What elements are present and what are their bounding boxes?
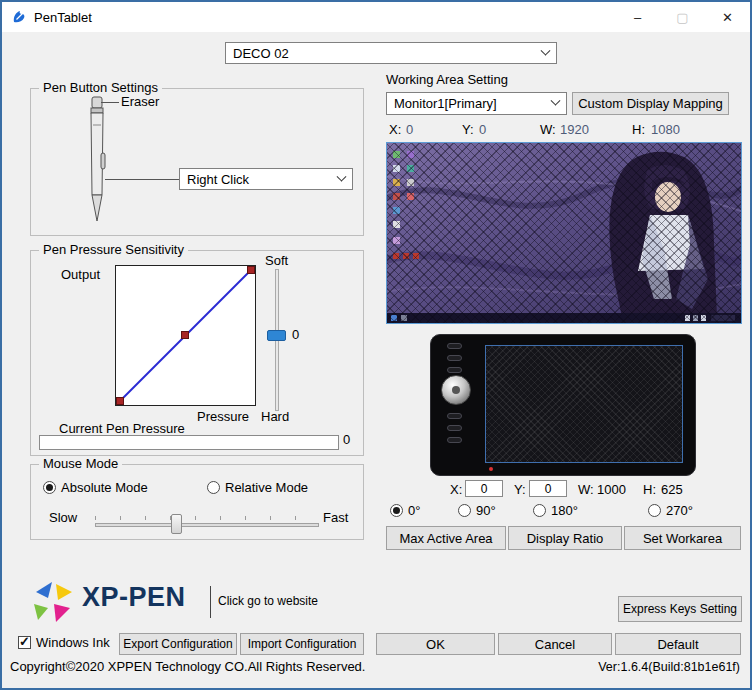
screen-h-label: H: [632, 122, 645, 137]
tablet-y-input[interactable] [529, 480, 567, 497]
radio-icon [458, 504, 471, 517]
xp-pen-logo-icon[interactable] [30, 578, 76, 626]
window-title: PenTablet [34, 10, 92, 25]
eraser-label: Eraser [121, 94, 159, 109]
soft-label: Soft [265, 253, 288, 268]
screen-w-label: W: [540, 122, 556, 137]
monitor-select[interactable]: Monitor1[Primary] [386, 92, 567, 115]
screen-mapping-preview[interactable] [386, 142, 742, 324]
mouse-mode-group-title: Mouse Mode [39, 456, 122, 471]
output-label: Output [61, 267, 100, 282]
tablet-w-value: 1000 [597, 482, 626, 497]
maximize-button: ▢ [660, 2, 705, 32]
device-select[interactable]: DECO 02 [225, 42, 557, 64]
windows-ink-checkbox[interactable]: Windows Ink [18, 635, 110, 650]
rotation-90-label: 90° [476, 503, 496, 518]
absolute-mode-radio[interactable]: Absolute Mode [43, 480, 148, 495]
radio-icon [207, 481, 220, 494]
slow-label: Slow [49, 510, 77, 525]
cancel-button[interactable]: Cancel [498, 633, 612, 655]
display-ratio-button[interactable]: Display Ratio [508, 526, 622, 550]
rotation-0-label: 0° [408, 503, 420, 518]
tablet-active-area[interactable] [485, 345, 683, 463]
pressure-axis-label: Pressure [197, 409, 249, 424]
soft-hard-slider-value: 0 [292, 327, 299, 342]
express-key-icon [447, 367, 462, 373]
mouse-mode-group: Mouse Mode Absolute Mode Relative Mode S… [30, 464, 364, 540]
monitor-select-value: Monitor1[Primary] [394, 96, 497, 111]
pressure-sensitivity-group: Pen Pressure Sensitivity Output Pressure… [30, 250, 364, 456]
speed-slider-thumb[interactable] [171, 514, 182, 534]
device-select-value: DECO 02 [233, 46, 289, 61]
radio-icon [648, 504, 661, 517]
express-key-icon [447, 343, 462, 349]
rotation-90-radio[interactable]: 90° [458, 503, 496, 518]
fast-label: Fast [323, 510, 348, 525]
brand-divider [210, 586, 211, 618]
pressure-curve-graph[interactable] [115, 265, 256, 406]
rotation-270-radio[interactable]: 270° [648, 503, 693, 518]
express-key-icon [447, 425, 462, 431]
soft-hard-slider-thumb[interactable] [267, 330, 286, 341]
tablet-w-label: W: [578, 482, 594, 497]
pressure-group-title: Pen Pressure Sensitivity [39, 242, 188, 257]
express-key-icon [447, 355, 462, 361]
tablet-led-icon [489, 467, 493, 471]
relative-mode-label: Relative Mode [225, 480, 308, 495]
pen-button-action-value: Right Click [187, 172, 249, 187]
eraser-pointer-line [101, 102, 119, 103]
button-pointer-line [105, 179, 179, 180]
pentablet-window: PenTablet – ▢ ✕ DECO 02 Pen Button Setti… [0, 0, 752, 690]
tablet-y-label: Y: [514, 482, 526, 497]
screen-x-value: 0 [406, 122, 413, 137]
export-configuration-button[interactable]: Export Configuration [119, 633, 237, 655]
copyright-text: Copyright©2020 XPPEN Technology CO.All R… [10, 659, 365, 674]
absolute-mode-label: Absolute Mode [61, 480, 148, 495]
brand-name[interactable]: XP-PEN [82, 582, 186, 613]
radio-icon [43, 481, 56, 494]
screen-x-label: X: [389, 122, 401, 137]
chevron-down-icon [541, 45, 551, 55]
tablet-x-label: X: [450, 482, 462, 497]
set-workarea-button[interactable]: Set Workarea [624, 526, 741, 550]
speed-slider-track[interactable] [95, 523, 319, 527]
pen-button-group-title: Pen Button Settings [39, 80, 162, 95]
rotation-0-radio[interactable]: 0° [390, 503, 420, 518]
close-button[interactable]: ✕ [705, 2, 750, 32]
radio-icon [533, 504, 546, 517]
windows-ink-label: Windows Ink [36, 635, 110, 650]
titlebar: PenTablet – ▢ ✕ [2, 2, 750, 32]
current-pressure-value: 0 [343, 432, 350, 447]
tablet-h-value: 625 [661, 482, 683, 497]
default-button[interactable]: Default [615, 633, 741, 655]
website-hint[interactable]: Click go to website [218, 594, 318, 608]
version-text: Ver:1.6.4(Build:81b1e61f) [580, 660, 740, 674]
screen-w-value: 1920 [560, 122, 589, 137]
app-icon [11, 9, 27, 25]
import-configuration-button[interactable]: Import Configuration [240, 633, 364, 655]
rotation-270-label: 270° [666, 503, 693, 518]
express-key-icon [447, 437, 462, 443]
max-active-area-button[interactable]: Max Active Area [386, 526, 506, 550]
screen-y-label: Y: [462, 122, 474, 137]
tablet-dial-icon [441, 375, 471, 405]
pen-illustration-icon [83, 95, 113, 227]
current-pressure-label: Current Pen Pressure [59, 421, 185, 436]
pen-button-settings-group: Pen Button Settings Eraser Right Click [30, 88, 364, 236]
tablet-h-label: H: [643, 482, 656, 497]
pen-button-action-select[interactable]: Right Click [179, 168, 353, 190]
rotation-180-label: 180° [551, 503, 578, 518]
chevron-down-icon [551, 96, 561, 106]
express-key-icon [447, 413, 462, 419]
custom-display-mapping-button[interactable]: Custom Display Mapping [572, 92, 729, 115]
express-keys-setting-button[interactable]: Express Keys Setting [618, 596, 742, 622]
minimize-button[interactable]: – [615, 2, 660, 32]
speed-slider-ticks [95, 516, 319, 520]
relative-mode-radio[interactable]: Relative Mode [207, 480, 308, 495]
working-area-title: Working Area Setting [386, 72, 508, 87]
screen-h-value: 1080 [651, 122, 680, 137]
rotation-180-radio[interactable]: 180° [533, 503, 578, 518]
ok-button[interactable]: OK [376, 633, 495, 655]
radio-icon [390, 504, 403, 517]
tablet-x-input[interactable] [465, 480, 503, 497]
